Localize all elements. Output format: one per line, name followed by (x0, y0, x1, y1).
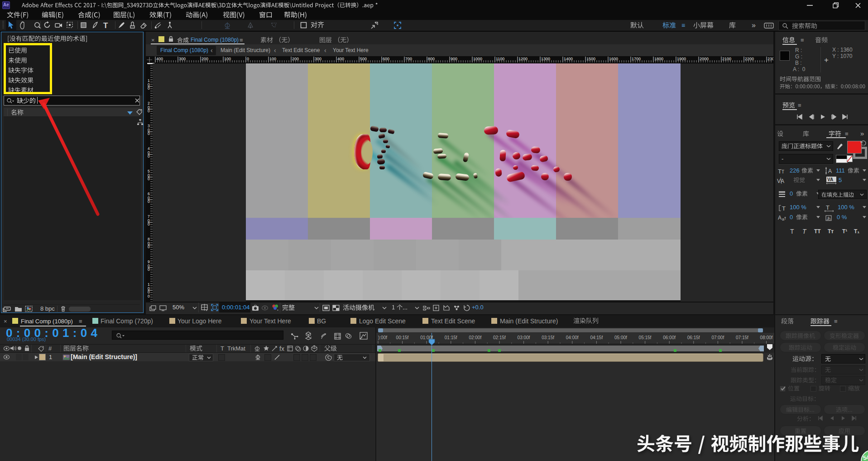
svg-text:A: A (778, 215, 782, 221)
svg-text:06:00f: 06:00f (663, 335, 676, 340)
svg-text:05:15f: 05:15f (639, 335, 652, 340)
svg-text:07:00f: 07:00f (711, 335, 724, 340)
svg-text:0: 0 (148, 131, 150, 136)
svg-text:T: T (826, 204, 830, 211)
svg-text:08:00f: 08:00f (760, 335, 773, 340)
svg-text:00:15f: 00:15f (396, 335, 409, 340)
svg-text:0: 0 (148, 154, 150, 158)
svg-text:0: 0 (148, 294, 150, 298)
svg-text:A: A (828, 168, 832, 174)
svg-text:02:15f: 02:15f (493, 335, 506, 340)
svg-text:0: 0 (148, 267, 150, 272)
svg-text:0: 0 (148, 199, 150, 204)
svg-text:T: T (778, 168, 782, 175)
svg-text:):00f: ):00f (378, 335, 387, 340)
svg-text:0: 0 (148, 222, 150, 226)
svg-text:05:00f: 05:00f (614, 335, 627, 340)
svg-text:03:00f: 03:00f (518, 335, 530, 340)
svg-text:V: V (777, 178, 781, 184)
svg-text:0: 0 (148, 245, 150, 249)
svg-text:04:00f: 04:00f (566, 335, 579, 340)
svg-text:0: 0 (148, 86, 150, 91)
svg-text:あ: あ (827, 216, 831, 221)
svg-text:0: 0 (247, 57, 249, 61)
svg-text:03:15f: 03:15f (542, 335, 554, 340)
svg-text:2300: 2300 (767, 57, 773, 61)
svg-text:0: 0 (148, 109, 150, 113)
svg-text:T: T (782, 205, 786, 212)
svg-text:07:15f: 07:15f (736, 335, 748, 340)
svg-text:06:15f: 06:15f (687, 335, 700, 340)
svg-text:T: T (782, 169, 784, 174)
svg-text:01:15f: 01:15f (445, 335, 457, 340)
svg-text:VA: VA (827, 177, 833, 182)
svg-text:a: a (782, 217, 784, 221)
svg-text:0: 0 (148, 177, 150, 181)
svg-text:04:15f: 04:15f (590, 335, 603, 340)
svg-text:02:00f: 02:00f (469, 335, 481, 340)
